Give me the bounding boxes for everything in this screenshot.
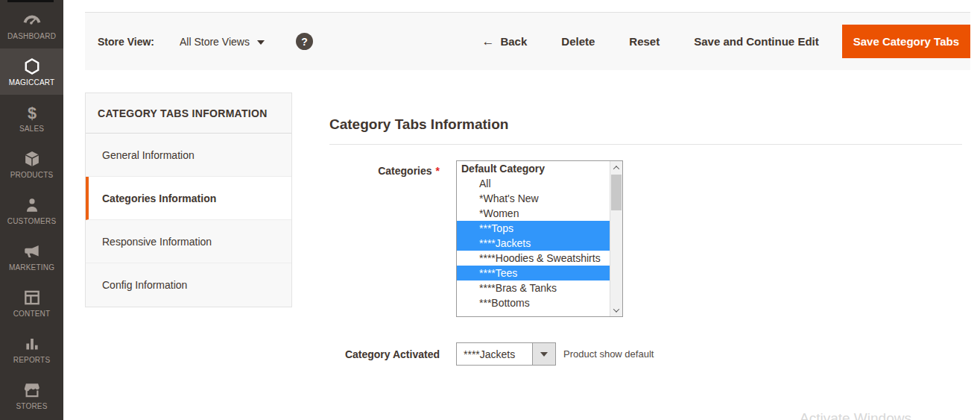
scroll-down-button[interactable]: [610, 304, 622, 316]
store-view-group: Store View: All Store Views ?: [98, 33, 313, 50]
sidebar-item-label: MAGICCART: [9, 78, 55, 87]
sales-icon: $: [22, 103, 42, 122]
select-value: ****Jackets: [457, 348, 515, 360]
listbox-option[interactable]: ****Hoodies & Sweatshirts: [457, 251, 622, 266]
magiccart-icon: [22, 57, 42, 76]
categories-label: Categories*: [329, 160, 440, 317]
chevron-up-icon: [613, 166, 619, 172]
listbox-option[interactable]: All: [457, 176, 622, 191]
store-view-label: Store View:: [98, 36, 154, 48]
listbox-option-selected[interactable]: ****Tees: [457, 266, 622, 280]
back-button[interactable]: ← Back: [481, 34, 527, 49]
delete-button[interactable]: Delete: [561, 35, 595, 48]
sidebar-item-stores[interactable]: STORES: [0, 372, 63, 419]
back-arrow-icon: ←: [481, 34, 494, 49]
store-view-dropdown[interactable]: All Store Views: [180, 36, 265, 48]
page-title: Category Tabs Information: [329, 116, 962, 133]
scroll-up-button[interactable]: [610, 161, 622, 174]
chevron-down-icon: [257, 40, 265, 45]
marketing-icon: [22, 242, 42, 261]
content-region: CATEGORY TABS INFORMATION General Inform…: [63, 70, 980, 366]
categories-listbox[interactable]: Default Category All *What's New *Women …: [456, 160, 623, 317]
page-toolbar: Store View: All Store Views ? ← Back Del…: [85, 12, 970, 70]
main-area: Store View: All Store Views ? ← Back Del…: [63, 0, 980, 420]
back-label: Back: [500, 35, 527, 48]
category-activated-select[interactable]: ****Jackets: [456, 342, 556, 366]
scrollbar-thumb[interactable]: [611, 175, 622, 210]
chevron-down-icon: [540, 352, 548, 357]
store-view-value: All Store Views: [180, 36, 250, 48]
stores-icon: [22, 380, 42, 400]
category-tabs-panel: CATEGORY TABS INFORMATION General Inform…: [85, 93, 292, 307]
listbox-option[interactable]: ***Bottoms: [457, 295, 622, 310]
chevron-down-icon: [613, 306, 619, 312]
save-category-tabs-button[interactable]: Save Category Tabs: [842, 25, 970, 58]
sidebar-item-label: MARKETING: [9, 263, 54, 272]
categories-field: Default Category All *What's New *Women …: [456, 160, 623, 317]
tab-responsive-information[interactable]: Responsive Information: [86, 220, 291, 263]
toolbar-actions: ← Back Delete Reset Save and Continue Ed…: [447, 25, 970, 58]
sidebar-item-magiccart[interactable]: MAGICCART: [0, 48, 63, 95]
select-arrow-button[interactable]: [532, 343, 555, 365]
logo-strip: [7, 0, 54, 2]
sidebar-item-label: REPORTS: [13, 356, 51, 364]
help-icon[interactable]: ?: [296, 33, 313, 50]
sidebar-item-label: CONTENT: [13, 310, 51, 318]
panel-header: CATEGORY TABS INFORMATION: [86, 93, 291, 134]
sidebar-item-content[interactable]: CONTENT: [0, 280, 63, 326]
sidebar-item-label: PRODUCTS: [10, 171, 54, 179]
title-divider: [329, 144, 962, 145]
sidebar-item-label: DASHBOARD: [7, 32, 56, 40]
reports-icon: [22, 334, 42, 354]
sidebar-item-dashboard[interactable]: DASHBOARD: [0, 2, 63, 48]
categories-field-row: Categories* Default Category All *What's…: [329, 160, 962, 317]
listbox-scrollbar[interactable]: [610, 161, 622, 316]
sidebar-item-label: STORES: [16, 402, 47, 410]
category-activated-row: Category Activated ****Jackets Product s…: [329, 342, 962, 366]
tab-config-information[interactable]: Config Information: [86, 263, 291, 307]
category-activated-label: Category Activated: [329, 342, 440, 366]
content-icon: [22, 288, 42, 307]
listbox-option-selected[interactable]: ****Jackets: [457, 236, 622, 251]
required-mark: *: [436, 165, 440, 177]
listbox-option[interactable]: *Women: [457, 206, 622, 221]
save-and-continue-button[interactable]: Save and Continue Edit: [694, 35, 819, 48]
products-icon: [22, 149, 42, 169]
sidebar-nav: DASHBOARD MAGICCART $ SALES PRODUCTS: [0, 0, 63, 419]
sidebar-item-products[interactable]: PRODUCTS: [0, 141, 63, 187]
admin-sidebar: DASHBOARD MAGICCART $ SALES PRODUCTS: [0, 0, 63, 420]
listbox-option-selected[interactable]: ***Tops: [457, 221, 622, 236]
category-activated-note: Product show default: [563, 348, 654, 360]
app-window: DASHBOARD MAGICCART $ SALES PRODUCTS: [0, 0, 980, 420]
sidebar-item-label: SALES: [19, 125, 44, 133]
dashboard-icon: [22, 10, 42, 30]
sidebar-item-customers[interactable]: CUSTOMERS: [0, 187, 63, 233]
reset-button[interactable]: Reset: [629, 35, 660, 48]
listbox-option[interactable]: Default Category: [457, 161, 622, 176]
sidebar-item-label: CUSTOMERS: [7, 217, 57, 225]
svg-text:$: $: [27, 104, 36, 122]
sidebar-item-reports[interactable]: REPORTS: [0, 326, 63, 372]
tab-categories-information[interactable]: Categories Information: [86, 177, 291, 220]
activate-windows-watermark: Activate Windows: [800, 410, 911, 420]
customers-icon: [22, 195, 42, 215]
category-form: Category Tabs Information Categories* De…: [329, 93, 962, 366]
sidebar-item-sales[interactable]: $ SALES: [0, 95, 63, 141]
category-activated-field: ****Jackets Product show default: [456, 342, 654, 366]
listbox-option[interactable]: *What's New: [457, 191, 622, 206]
listbox-option[interactable]: ****Bras & Tanks: [457, 280, 622, 295]
listbox-options: Default Category All *What's New *Women …: [457, 161, 610, 310]
sidebar-item-marketing[interactable]: MARKETING: [0, 233, 63, 280]
tab-general-information[interactable]: General Information: [86, 134, 291, 177]
